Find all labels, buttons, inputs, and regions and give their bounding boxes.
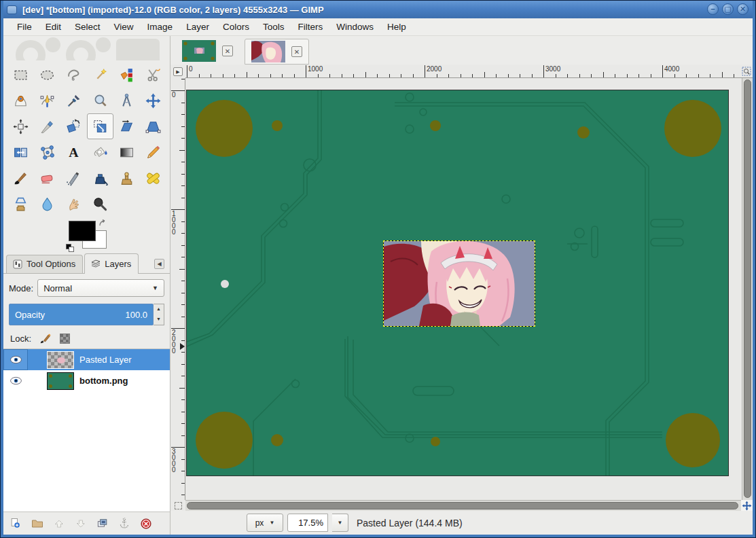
unit-select[interactable]: px ▼ xyxy=(247,514,283,532)
canvas[interactable] xyxy=(185,78,742,500)
tool-measure[interactable] xyxy=(113,88,140,113)
tool-perspective-clone[interactable] xyxy=(7,191,34,217)
tool-pencil[interactable] xyxy=(140,139,166,165)
menu-file[interactable]: File xyxy=(10,19,39,35)
tool-scissors-select[interactable] xyxy=(140,62,166,88)
minimize-button[interactable]: – xyxy=(707,3,719,15)
dock-collapse-button[interactable]: ◀ xyxy=(154,259,164,269)
spin-up-icon[interactable]: ▲ xyxy=(154,304,164,315)
tool-bucket-fill[interactable] xyxy=(87,139,113,165)
layer-visibility-toggle[interactable] xyxy=(3,370,28,391)
tool-gradient[interactable] xyxy=(113,139,140,165)
lower-layer-button[interactable] xyxy=(71,515,90,533)
tool-airbrush[interactable] xyxy=(60,165,87,191)
chevron-down-icon: ▼ xyxy=(338,520,343,526)
tool-move[interactable] xyxy=(140,88,166,113)
raise-layer-button[interactable] xyxy=(50,515,69,533)
tool-smudge[interactable] xyxy=(60,191,87,217)
tool-select-by-color[interactable] xyxy=(113,62,140,88)
image-tab-pasted-source-image[interactable]: ✕ xyxy=(245,39,309,65)
foreground-color-swatch[interactable] xyxy=(69,221,96,241)
tool-flip[interactable] xyxy=(7,139,34,165)
tab-tool-options[interactable]: Tool Options xyxy=(6,255,83,273)
spin-down-icon[interactable]: ▼ xyxy=(154,315,164,325)
horizontal-scrollbar[interactable] xyxy=(185,500,741,511)
tool-paths[interactable] xyxy=(34,88,60,113)
default-colors-icon[interactable] xyxy=(66,244,75,253)
tool-ellipse-select[interactable] xyxy=(34,62,60,88)
tool-dodge-burn[interactable] xyxy=(87,191,113,217)
layer-visibility-toggle[interactable] xyxy=(3,349,28,370)
tool-eraser[interactable] xyxy=(34,165,60,191)
tool-foreground-select[interactable] xyxy=(7,88,34,113)
new-group-button[interactable] xyxy=(28,515,47,533)
maximize-button[interactable]: ▢ xyxy=(722,3,734,15)
menu-select[interactable]: Select xyxy=(68,19,107,35)
tool-paintbrush[interactable] xyxy=(7,165,34,191)
navigation-button[interactable] xyxy=(741,500,753,511)
tool-perspective[interactable] xyxy=(140,113,166,139)
tool-color-picker[interactable] xyxy=(60,88,87,113)
layer-mode-row: Mode: Normal ▼ xyxy=(3,274,170,300)
tool-alignment[interactable] xyxy=(7,113,34,139)
vertical-scrollbar[interactable] xyxy=(742,78,753,500)
text-icon: A xyxy=(65,144,82,161)
tool-text[interactable]: A xyxy=(60,139,87,165)
eye-icon xyxy=(10,355,22,364)
anchor-layer-button[interactable] xyxy=(115,515,134,533)
lock-alpha-icon[interactable] xyxy=(60,334,70,344)
tool-free-select[interactable] xyxy=(60,62,87,88)
zoom-entry[interactable]: 17.5% xyxy=(287,514,328,532)
zoom-follow-window-toggle[interactable] xyxy=(740,65,753,78)
menu-edit[interactable]: Edit xyxy=(39,19,68,35)
image-menu-button[interactable]: ▶ xyxy=(170,65,185,78)
tool-heal[interactable] xyxy=(140,165,166,191)
menu-image[interactable]: Image xyxy=(141,19,180,35)
tool-scale[interactable] xyxy=(87,113,113,139)
close-button[interactable]: ✕ xyxy=(737,3,749,15)
layer-row-pasted-layer[interactable]: Pasted Layer xyxy=(3,349,170,370)
close-tab-icon[interactable]: ✕ xyxy=(222,46,233,56)
titlebar[interactable]: [dev] *[bottom] (imported)-12.0 (RGB col… xyxy=(3,1,753,18)
tool-rotate[interactable] xyxy=(60,113,87,139)
menu-filters[interactable]: Filters xyxy=(291,19,329,35)
vertical-scrollbar-thumb[interactable] xyxy=(744,79,751,498)
duplicate-layer-button[interactable] xyxy=(93,515,112,533)
tool-rectangle-select[interactable] xyxy=(7,62,34,88)
left-ruler[interactable]: 0100020003000 xyxy=(170,78,185,500)
delete-layer-button[interactable] xyxy=(137,515,156,533)
swap-colors-icon[interactable] xyxy=(98,219,108,229)
tool-fuzzy-select[interactable] xyxy=(87,62,113,88)
menu-view[interactable]: View xyxy=(107,19,141,35)
tab-layers[interactable]: Layers xyxy=(84,253,139,274)
toolbox: A xyxy=(3,60,170,218)
tool-clone[interactable] xyxy=(113,165,140,191)
tool-shear[interactable] xyxy=(113,113,140,139)
top-ruler[interactable]: 01000200030004000 xyxy=(185,65,740,78)
layer-row-bottom-png[interactable]: bottom.png xyxy=(3,370,170,391)
opacity-spinner[interactable]: ▲ ▼ xyxy=(154,304,164,325)
menu-tools[interactable]: Tools xyxy=(256,19,291,35)
menu-colors[interactable]: Colors xyxy=(216,19,256,35)
horizontal-scrollbar-thumb[interactable] xyxy=(187,502,738,509)
menu-windows[interactable]: Windows xyxy=(329,19,380,35)
mode-select[interactable]: Normal ▼ xyxy=(37,279,164,297)
tool-zoom[interactable] xyxy=(87,88,113,113)
zoom-dropdown-button[interactable]: ▼ xyxy=(332,514,348,532)
pasted-layer[interactable] xyxy=(384,241,535,326)
tool-ink[interactable] xyxy=(87,165,113,191)
menu-help[interactable]: Help xyxy=(380,19,413,35)
tool-crop[interactable] xyxy=(34,113,60,139)
tool-cage-transform[interactable] xyxy=(34,139,60,165)
lock-pixels-icon[interactable] xyxy=(39,332,52,344)
image-tab-bottom-image[interactable]: ✕ xyxy=(176,37,239,65)
new-layer-button[interactable] xyxy=(6,515,25,533)
board-image[interactable] xyxy=(187,90,728,476)
tool-blur[interactable] xyxy=(34,191,60,217)
opacity-slider[interactable]: Opacity 100.0 xyxy=(9,304,154,325)
lower-layer-icon xyxy=(74,517,88,531)
menu-layer[interactable]: Layer xyxy=(179,19,216,35)
quick-mask-toggle[interactable] xyxy=(170,500,185,511)
close-tab-icon[interactable]: ✕ xyxy=(291,46,302,57)
cage-transform-icon xyxy=(39,144,56,161)
